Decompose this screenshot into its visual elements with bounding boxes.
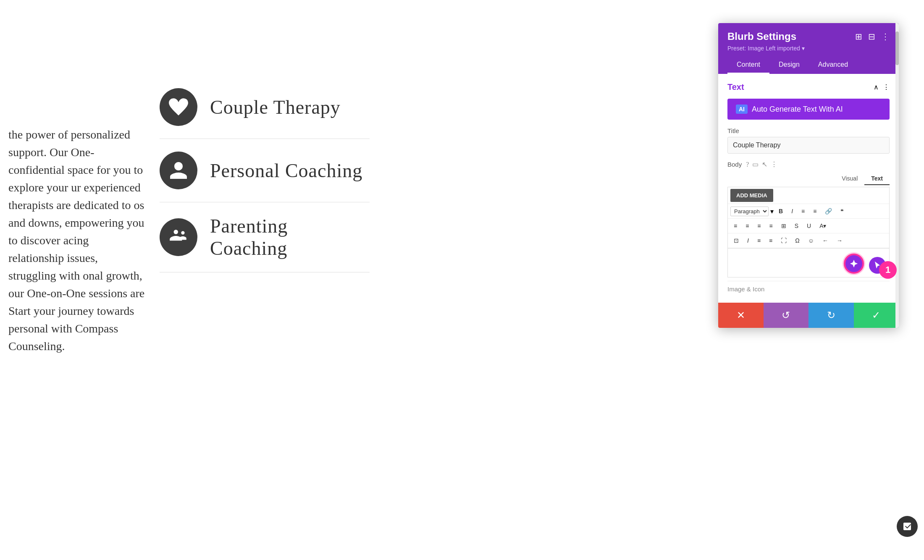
add-media-button[interactable]: ADD MEDIA [730, 189, 773, 202]
toolbar-italic[interactable]: I [788, 206, 796, 217]
toolbar-align-justify[interactable]: ≡ [766, 220, 776, 231]
service-item-parenting-coaching: Parenting Coaching [160, 202, 370, 272]
title-input[interactable] [727, 137, 890, 154]
text-section-title: Text [727, 82, 744, 92]
paragraph-select[interactable]: Paragraph [730, 207, 769, 216]
ai-cursor-button[interactable] [844, 254, 864, 274]
toolbar-row-2: Paragraph ▾ B I ≡ ≡ 🔗 ❝ [728, 204, 889, 219]
panel-footer: ✕ ↺ ↻ ✓ [718, 303, 899, 328]
preset-label: Preset: Image Left imported [727, 45, 800, 52]
editor-tab-text[interactable]: Text [864, 173, 890, 185]
step-badge: 1 [879, 261, 897, 279]
parenting-coaching-icon [160, 218, 197, 256]
ai-generate-button[interactable]: AI Auto Generate Text With AI [727, 99, 890, 120]
family-icon [168, 227, 189, 248]
toolbar-link[interactable]: 🔗 [822, 206, 835, 217]
service-item-personal-coaching: Personal Coaching [160, 139, 370, 202]
toolbar-redo[interactable]: → [833, 235, 846, 246]
blurb-settings-panel: Blurb Settings ⊞ ⊟ ⋮ Preset: Image Left … [718, 23, 899, 328]
personal-coaching-label: Personal Coaching [210, 160, 362, 182]
body-row: Body ? ▭ ↖ ⋮ [727, 160, 890, 168]
svg-point-1 [181, 231, 184, 234]
toolbar-emoji[interactable]: ☺ [805, 235, 817, 246]
panel-icon-fullscreen[interactable]: ⊞ [855, 31, 862, 42]
toolbar-text-color[interactable]: A▾ [816, 220, 830, 231]
toolbar-special-char[interactable]: Ω [792, 235, 803, 246]
couple-therapy-icon [160, 88, 197, 126]
left-text-content: the power of personalized support. Our O… [0, 118, 155, 364]
heart-icon [168, 97, 189, 118]
toolbar-underline[interactable]: U [803, 220, 814, 231]
toolbar-italic2[interactable]: I [744, 235, 752, 246]
badge-number: 1 [885, 264, 890, 275]
toolbar-quote[interactable]: ❝ [837, 206, 847, 217]
panel-icon-more[interactable]: ⋮ [881, 31, 890, 42]
panel-preset[interactable]: Preset: Image Left imported ▾ [727, 45, 890, 52]
tab-advanced[interactable]: Advanced [809, 57, 857, 74]
cancel-button[interactable]: ✕ [718, 303, 764, 328]
title-label: Title [727, 127, 890, 134]
toolbar-align-right[interactable]: ≡ [754, 220, 764, 231]
tab-content[interactable]: Content [727, 57, 769, 74]
toolbar-strikethrough[interactable]: S [791, 220, 802, 231]
toolbar-table[interactable]: ⊞ [778, 220, 790, 231]
panel-body: Text ∧ ⋮ AI Auto Generate Text With AI T… [718, 74, 899, 303]
toolbar-align-center[interactable]: ≡ [742, 220, 752, 231]
body-cursor-icon[interactable]: ↖ [762, 160, 767, 168]
toolbar-fullscreen[interactable]: ⛶ [777, 235, 790, 246]
toolbar-undo[interactable]: ← [819, 235, 832, 246]
editor-toolbar: ADD MEDIA Paragraph ▾ B I ≡ ≡ 🔗 ❝ ≡ ≡ ≡ … [727, 187, 890, 248]
toolbar-indent[interactable]: ≡ [754, 235, 764, 246]
personal-coaching-icon [160, 152, 197, 189]
body-label: Body [727, 161, 742, 168]
toolbar-ol[interactable]: ≡ [810, 206, 820, 217]
ai-generate-label: Auto Generate Text With AI [752, 105, 843, 114]
editor-tab-visual[interactable]: Visual [835, 173, 864, 185]
section-more-icon[interactable]: ⋮ [883, 83, 890, 91]
toolbar-outdent[interactable]: ≡ [766, 235, 776, 246]
toolbar-row-3: ≡ ≡ ≡ ≡ ⊞ S U A▾ [728, 219, 889, 233]
person-icon [168, 160, 189, 181]
body-help-icon[interactable]: ? [746, 161, 749, 168]
tab-design[interactable]: Design [769, 57, 809, 74]
panel-header: Blurb Settings ⊞ ⊟ ⋮ Preset: Image Left … [718, 23, 899, 74]
scrollbar[interactable] [895, 23, 899, 328]
scrollbar-thumb [895, 31, 899, 65]
toolbar-bold[interactable]: B [775, 206, 786, 217]
undo-button[interactable]: ↺ [764, 303, 809, 328]
toolbar-ul[interactable]: ≡ [798, 206, 808, 217]
section-header-icons: ∧ ⋮ [874, 83, 890, 91]
section-collapse-icon[interactable]: ∧ [874, 83, 879, 91]
redo-button[interactable]: ↻ [808, 303, 854, 328]
editor-content[interactable]: 1 [727, 248, 890, 277]
body-mobile-icon[interactable]: ▭ [752, 160, 759, 168]
ai-icon [849, 259, 858, 268]
toolbar-paste[interactable]: ⊡ [730, 235, 742, 246]
panel-header-icons: ⊞ ⊟ ⋮ [855, 31, 890, 42]
toolbar-row-1: ADD MEDIA [728, 187, 889, 204]
services-list: Couple Therapy Personal Coaching Parenti… [160, 76, 370, 272]
ai-badge: AI [736, 105, 748, 114]
panel-icon-split[interactable]: ⊟ [868, 31, 875, 42]
left-paragraph: the power of personalized support. Our O… [8, 128, 144, 353]
body-more-icon[interactable]: ⋮ [771, 160, 777, 168]
image-icon-label: Image & Icon [727, 285, 764, 293]
service-item-couple-therapy: Couple Therapy [160, 76, 370, 139]
tool-icon [902, 521, 912, 531]
confirm-button[interactable]: ✓ [854, 303, 899, 328]
text-section-header: Text ∧ ⋮ [727, 82, 890, 92]
couple-therapy-label: Couple Therapy [210, 96, 341, 118]
body-icons: ? ▭ ↖ ⋮ [746, 160, 777, 168]
panel-title: Blurb Settings [727, 31, 796, 42]
editor-content-area: 1 [727, 248, 890, 277]
svg-point-0 [174, 230, 178, 234]
toolbar-row-4: ⊡ I ≡ ≡ ⛶ Ω ☺ ← → [728, 233, 889, 248]
panel-tabs: Content Design Advanced [727, 57, 890, 74]
parenting-coaching-label: Parenting Coaching [210, 215, 370, 259]
corner-tool-icon[interactable] [897, 516, 918, 537]
toolbar-select-arrow: ▾ [770, 207, 774, 215]
panel-header-top: Blurb Settings ⊞ ⊟ ⋮ [727, 31, 890, 42]
image-icon-section: Image & Icon [727, 281, 890, 294]
toolbar-align-left[interactable]: ≡ [730, 220, 740, 231]
